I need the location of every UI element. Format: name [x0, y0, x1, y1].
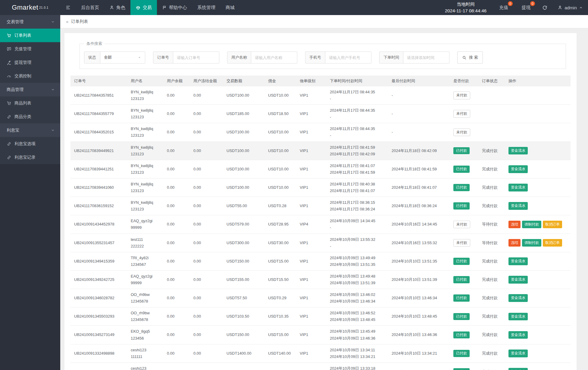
search-button[interactable]: 搜 索 — [457, 51, 483, 64]
recharge-badge: 0 — [508, 1, 513, 6]
pay-time: 2024年10月09日 13:51:35 — [330, 261, 386, 268]
flow-button[interactable]: 资金流水 — [508, 331, 528, 339]
user-menu[interactable]: admin — [552, 0, 588, 15]
top-nav-item-0[interactable]: 后台首页 — [76, 0, 104, 15]
cell-user: BYN_kw8j8q123123 — [128, 123, 164, 141]
status-select[interactable]: 全部 — [100, 52, 145, 63]
withdraw-button[interactable]: 提现 0 — [515, 0, 537, 15]
sidebar-item-0-2[interactable]: 提现管理 — [0, 56, 60, 69]
cart-icon — [7, 101, 11, 106]
cell-user: OO_rh9bw12345678 — [128, 307, 164, 326]
cancel-button[interactable]: 取消订单 — [543, 239, 562, 247]
table-row: UB2411170844357851BYN_kw8j8q1231230.000.… — [70, 86, 571, 105]
cell-user: BYN_kw8j8q123123 — [128, 160, 164, 178]
cell-frozen: 0.00 — [190, 289, 224, 307]
top-nav-item-3[interactable]: 帮助中心 — [157, 0, 192, 15]
sidebar-item-label: 商品分类 — [14, 114, 31, 120]
flow-button[interactable]: 资金流水 — [508, 165, 528, 173]
cell-paid: 已付款 — [450, 326, 479, 344]
sidebar-item-1-1[interactable]: 商品分类 — [0, 110, 60, 123]
cancel-button[interactable]: 取消订单 — [543, 221, 562, 229]
cell-user: EAQ_qyz2gi99999 — [128, 270, 164, 289]
search-field-3: 下单时间 — [379, 51, 449, 64]
user-id: 99999 — [131, 224, 161, 231]
chevron-down-icon — [51, 128, 55, 132]
cell-balance: 0.00 — [164, 141, 190, 160]
sidebar-item-1-0[interactable]: 商品列表 — [0, 96, 60, 110]
top-nav-item-1[interactable]: 角色 — [104, 0, 130, 15]
recharge-button[interactable]: 充值 0 — [493, 0, 515, 15]
flow-button[interactable]: 资金流水 — [508, 313, 528, 321]
sidebar-item-0-3[interactable]: 交易控制 — [0, 69, 60, 83]
flow-button[interactable]: 资金流水 — [508, 294, 528, 302]
cell-order-no: UB2411170844357851 — [70, 86, 128, 105]
refresh-button[interactable] — [537, 0, 552, 15]
user-id: 123123 — [131, 206, 161, 213]
search-field-2: 手机号 — [305, 51, 371, 64]
cell-order-pay-time: 2024年11月17日 08:44:35- — [327, 86, 389, 105]
cell-user: EAQ_qyz2gi99999 — [128, 215, 164, 234]
brand-logo[interactable]: Gmarket21.0.1 — [0, 0, 60, 15]
cell-order-status: 完成付款 — [479, 141, 505, 160]
cell-last-pay-time: - — [389, 123, 450, 141]
order-time: 2024年10月09日 13:33:18 — [330, 365, 386, 370]
table-row: UB2410091349242725EAQ_qyz2gi999990.000.0… — [70, 270, 571, 289]
top-nav-item-4[interactable]: 系统管理 — [192, 0, 220, 15]
paid-status-badge: 已付款 — [453, 331, 470, 339]
paid-status-badge: 已付款 — [453, 258, 470, 265]
sidebar-item-0-1[interactable]: 充值管理 — [0, 42, 60, 56]
cell-last-pay-time: 2024年10月10日 13:48:45 — [389, 307, 450, 326]
local-time: 当地时间 2024-11-17 08:44:46 — [439, 0, 493, 15]
cell-level: VIP1 — [297, 160, 327, 178]
cell-amount: USDT100.00 — [224, 141, 265, 160]
search-field-input[interactable] — [403, 52, 449, 63]
flow-button[interactable]: 资金流水 — [508, 184, 528, 191]
search-field-input[interactable] — [173, 52, 219, 63]
cell-amount: USDT57.50 — [224, 289, 265, 307]
sidebar-item-0-0[interactable]: 订单列表 — [0, 29, 60, 42]
search-field-input[interactable] — [251, 52, 297, 63]
sidebar-item-label: 商品列表 — [14, 101, 31, 106]
main-area: » 订单列表 条件搜索 状态 全部 — [60, 15, 588, 370]
sidebar-item-2-1[interactable]: 利息宝记录 — [0, 151, 60, 164]
flow-button[interactable]: 资金流水 — [508, 257, 528, 265]
cell-commission: USDT10.00 — [265, 160, 297, 178]
user-id: 111111 — [131, 353, 161, 360]
sidebar-group-0[interactable]: 交易管理 — [0, 15, 60, 29]
freeze-button[interactable]: 冻结 — [508, 239, 521, 247]
cell-amount: USDT103.50 — [224, 307, 265, 326]
sidebar-group-2[interactable]: 利息宝 — [0, 123, 60, 137]
menu-toggle-button[interactable] — [60, 0, 76, 15]
paid-status-badge: 已付款 — [453, 313, 470, 320]
cell-frozen: 0.00 — [190, 215, 224, 234]
cell-actions: 资金流水 — [505, 289, 571, 307]
flow-button[interactable]: 资金流水 — [508, 147, 528, 155]
status-select-group: 状态 全部 — [84, 51, 145, 64]
search-field-input[interactable] — [325, 52, 371, 63]
paid-status-badge: 未付款 — [453, 129, 470, 136]
content: 条件搜索 状态 全部 订单号用户名称手机号下单时间 — [60, 28, 588, 370]
sidebar-item-2-0[interactable]: 利息宝选项 — [0, 137, 60, 151]
top-nav-item-2[interactable]: 交易 — [130, 0, 157, 15]
cell-commission: USDT10.00 — [265, 178, 297, 197]
order-time: 2024年11月17日 08:41:07 — [330, 163, 386, 169]
flow-button[interactable]: 资金流水 — [508, 368, 528, 370]
gavel-icon — [7, 60, 11, 65]
user-id: 99999 — [131, 280, 161, 286]
sidebar-group-label: 商品管理 — [7, 87, 23, 92]
top-nav-item-5[interactable]: 商城 — [220, 0, 240, 15]
sidebar-group-1[interactable]: 商品管理 — [0, 83, 60, 96]
force-button[interactable]: 强制付款 — [522, 221, 541, 229]
user-id: 12345678 — [131, 298, 161, 305]
cell-balance: 0.00 — [164, 105, 190, 123]
flow-button[interactable]: 资金流水 — [508, 276, 528, 284]
force-button[interactable]: 强制付款 — [522, 239, 541, 247]
cell-amount: USDT100.00 — [224, 123, 265, 141]
paid-status-badge: 未付款 — [453, 110, 470, 118]
search-panel: 条件搜索 状态 全部 订单号用户名称手机号下单时间 — [80, 41, 566, 69]
freeze-button[interactable]: 冻结 — [508, 221, 521, 229]
column-header: 用户冻结金额 — [190, 76, 224, 86]
breadcrumb-title[interactable]: 订单列表 — [71, 19, 88, 24]
flow-button[interactable]: 资金流水 — [508, 350, 528, 357]
flow-button[interactable]: 资金流水 — [508, 202, 528, 210]
